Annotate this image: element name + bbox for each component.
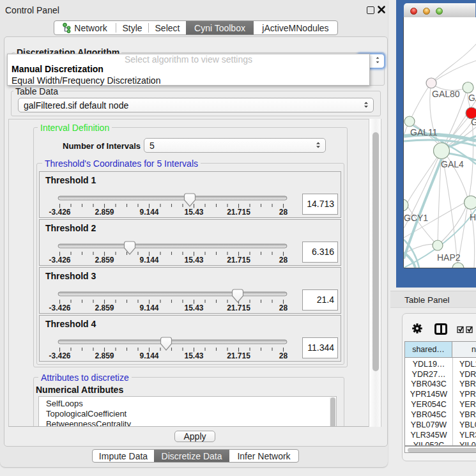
svg-text:GA: GA [468,93,476,103]
svg-text:28: 28 [279,351,288,360]
svg-text:15.43: 15.43 [184,208,203,217]
svg-text:GAL11: GAL11 [410,127,438,137]
svg-text:28: 28 [279,208,288,217]
svg-text:GAL4: GAL4 [441,159,464,169]
svg-text:2.859: 2.859 [95,303,114,312]
svg-text:21.715: 21.715 [227,256,250,265]
svg-text:GAL80: GAL80 [432,89,460,99]
svg-text:21.715: 21.715 [227,303,250,312]
svg-text:9.144: 9.144 [139,256,158,265]
svg-text:15.43: 15.43 [184,303,203,312]
svg-text:-3.426: -3.426 [49,303,70,312]
svg-text:2.859: 2.859 [95,351,114,360]
svg-text:15.43: 15.43 [184,351,203,360]
svg-text:9.144: 9.144 [139,208,158,217]
svg-text:21.715: 21.715 [227,351,250,360]
svg-text:15.43: 15.43 [184,256,203,265]
svg-text:HAP2: HAP2 [437,252,461,263]
svg-text:GCY1: GCY1 [404,213,428,223]
svg-text:9.144: 9.144 [139,351,158,360]
svg-text:2.859: 2.859 [95,208,114,217]
svg-text:28: 28 [279,256,288,265]
svg-text:9.144: 9.144 [139,303,158,312]
svg-text:-3.426: -3.426 [49,208,70,217]
svg-text:G: G [471,117,476,127]
svg-text:2.859: 2.859 [95,256,114,265]
svg-text:H: H [470,212,476,222]
svg-text:28: 28 [279,303,288,312]
svg-text:21.715: 21.715 [227,208,250,217]
svg-text:-3.426: -3.426 [49,351,70,360]
svg-text:-3.426: -3.426 [49,256,70,265]
